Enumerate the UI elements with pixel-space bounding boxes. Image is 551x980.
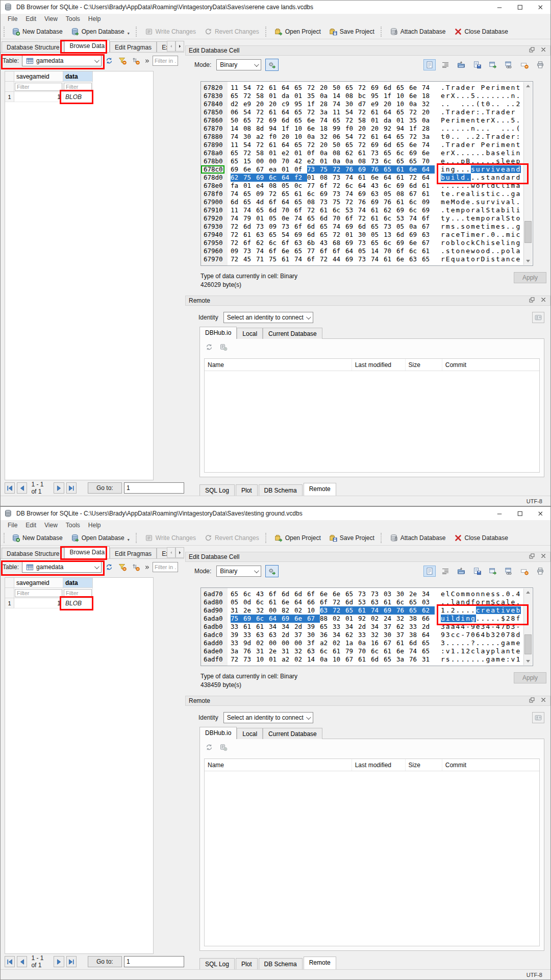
row-number[interactable]: 1	[5, 598, 14, 608]
goto-input[interactable]	[124, 482, 184, 494]
scrollbar-thumb[interactable]	[524, 634, 532, 654]
last-record-button[interactable]	[66, 956, 77, 967]
open-project-button[interactable]: Open Project	[270, 26, 325, 37]
export-data-icon[interactable]	[471, 59, 483, 70]
column-header-savegameid[interactable]: savegameid	[14, 578, 63, 588]
cell-data-blob[interactable]: BLOB	[63, 92, 93, 102]
remote-tab-dbhub-io[interactable]: DBHub.io	[199, 327, 237, 339]
close-panel-icon[interactable]	[540, 297, 547, 305]
filter-data-input[interactable]	[64, 589, 92, 597]
filter-savegameid-input[interactable]	[15, 589, 62, 597]
bottom-tab-sql-log[interactable]: SQL Log	[199, 484, 235, 496]
column-header-data[interactable]: data	[63, 71, 93, 82]
goto-button[interactable]: Go to:	[88, 956, 122, 967]
set-null-icon[interactable]	[518, 566, 531, 577]
clear-filters-icon[interactable]	[117, 561, 128, 573]
remote-column-last-modified[interactable]: Last modified	[352, 359, 406, 371]
maximize-button[interactable]	[510, 507, 530, 520]
import-data-icon[interactable]	[455, 566, 467, 577]
table-select[interactable]: gamedata	[22, 55, 102, 66]
copy-link-icon[interactable]	[503, 566, 515, 577]
remote-column-size[interactable]: Size	[406, 359, 442, 371]
remote-tab-current-database[interactable]: Current Database	[263, 728, 322, 739]
close-panel-icon[interactable]	[540, 553, 547, 561]
cell-savegameid[interactable]: 1	[14, 92, 63, 102]
close-button[interactable]	[530, 507, 550, 520]
toolbar-overflow-icon[interactable]	[143, 561, 151, 573]
identity-settings-button[interactable]	[532, 712, 544, 723]
scrollbar-thumb[interactable]	[524, 221, 532, 243]
auto-switch-mode-button[interactable]	[265, 565, 279, 577]
remote-column-commit[interactable]: Commit	[442, 359, 539, 371]
revert-changes-button[interactable]: Revert Changes	[200, 26, 263, 37]
refresh-icon[interactable]	[104, 561, 115, 573]
data-grid[interactable]: savegameid data 1 1 BLOB	[5, 71, 154, 480]
menu-view[interactable]: View	[40, 14, 62, 23]
scroll-up-icon[interactable]	[524, 82, 532, 90]
remote-column-name[interactable]: Name	[205, 759, 352, 771]
identity-select[interactable]: Select an identity to connect	[223, 712, 313, 723]
revert-changes-button[interactable]: Revert Changes	[200, 532, 263, 544]
open-database-button[interactable]: Open Database▾	[67, 532, 134, 544]
remote-refresh-icon[interactable]	[205, 343, 213, 353]
remote-tab-current-database[interactable]: Current Database	[263, 328, 322, 339]
new-database-button[interactable]: New Database	[8, 26, 67, 37]
minimize-button[interactable]	[489, 1, 510, 14]
save-project-button[interactable]: Save Project	[325, 26, 379, 37]
remote-database-table[interactable]: NameLast modifiedSizeCommit	[204, 758, 540, 946]
bottom-tab-db-schema[interactable]: DB Schema	[259, 958, 303, 969]
minimize-button[interactable]	[489, 507, 510, 520]
write-changes-button[interactable]: Write Changes	[141, 26, 200, 37]
menu-tools[interactable]: Tools	[62, 14, 84, 23]
apply-button[interactable]: Apply	[514, 272, 546, 283]
tab-edit-pragmas[interactable]: Edit Pragmas	[110, 548, 157, 559]
open-external-icon[interactable]	[487, 566, 499, 577]
menu-file[interactable]: File	[4, 14, 21, 23]
hex-view[interactable]: 678201154726164657220506572696d656e74.Tr…	[201, 81, 533, 266]
remote-column-name[interactable]: Name	[205, 359, 352, 371]
bottom-tab-plot[interactable]: Plot	[236, 484, 258, 496]
hex-scrollbar[interactable]	[523, 82, 532, 265]
filter-any-column-input[interactable]	[153, 56, 178, 66]
bottom-tab-remote[interactable]: Remote	[304, 483, 336, 496]
table-select[interactable]: gamedata	[22, 561, 102, 573]
remote-refresh-icon[interactable]	[205, 743, 213, 753]
remote-column-size[interactable]: Size	[406, 759, 442, 771]
clear-sort-icon[interactable]	[130, 561, 141, 573]
menu-file[interactable]: File	[4, 521, 21, 530]
word-wrap-icon[interactable]	[439, 566, 452, 577]
scroll-down-icon[interactable]	[524, 657, 532, 665]
close-panel-icon[interactable]	[540, 697, 547, 705]
new-database-button[interactable]: New Database	[8, 532, 67, 544]
text-view-icon[interactable]	[423, 59, 436, 70]
refresh-icon[interactable]	[104, 55, 115, 66]
menu-help[interactable]: Help	[84, 14, 105, 23]
filter-savegameid-input[interactable]	[15, 83, 62, 91]
scroll-down-icon[interactable]	[524, 257, 532, 265]
tab-browse-data[interactable]: Browse Data	[64, 546, 110, 558]
data-grid[interactable]: savegameid data 1 1 BLOB	[5, 577, 154, 954]
float-panel-icon[interactable]	[529, 297, 535, 305]
auto-switch-mode-button[interactable]	[265, 59, 279, 71]
close-database-button[interactable]: Close Database	[450, 26, 512, 37]
attach-database-button[interactable]: Attach Database	[386, 26, 450, 37]
tab-database-structure[interactable]: Database Structure	[2, 548, 64, 559]
hex-scrollbar[interactable]	[523, 589, 532, 665]
remote-tab-local[interactable]: Local	[237, 728, 263, 739]
cell-data-blob[interactable]: BLOB	[63, 598, 93, 608]
menu-edit[interactable]: Edit	[21, 521, 40, 530]
tab-scroll-left-icon[interactable]	[167, 41, 176, 52]
float-panel-icon[interactable]	[529, 553, 535, 561]
open-project-button[interactable]: Open Project	[270, 532, 325, 544]
remote-tab-local[interactable]: Local	[237, 328, 263, 339]
mode-select[interactable]: Binary	[216, 59, 261, 70]
grid-corner[interactable]	[5, 578, 14, 588]
hex-view[interactable]: 6ad70656c436f6d6d6f6e6e65737303302e34elC…	[201, 587, 533, 666]
set-null-icon[interactable]	[518, 59, 531, 70]
identity-select[interactable]: Select an identity to connect	[223, 312, 313, 323]
row-number[interactable]: 1	[5, 92, 14, 102]
bottom-tab-sql-log[interactable]: SQL Log	[199, 958, 235, 969]
maximize-button[interactable]	[510, 1, 530, 14]
clear-sort-icon[interactable]	[130, 55, 141, 66]
menu-tools[interactable]: Tools	[62, 521, 84, 530]
